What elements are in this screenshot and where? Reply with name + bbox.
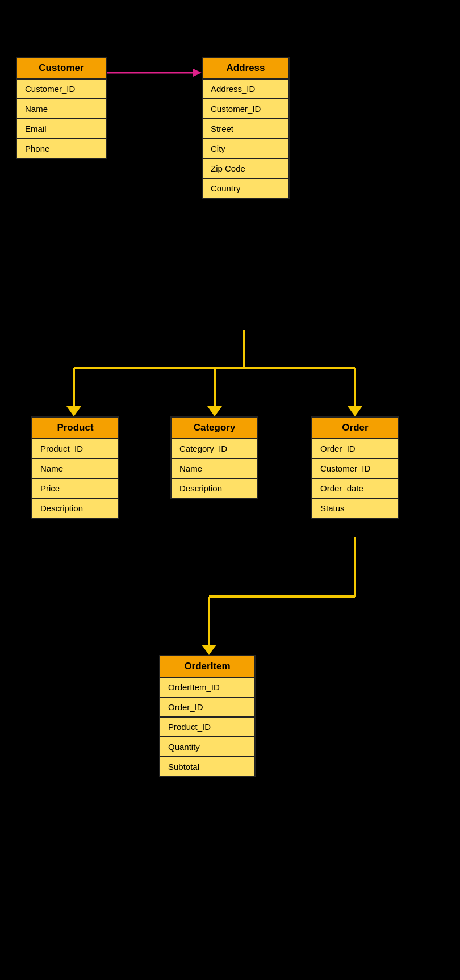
orderitem-field-pid: Product_ID	[159, 718, 256, 737]
orderitem-field-sub: Subtotal	[159, 757, 256, 777]
order-field-id: Order_ID	[311, 439, 399, 459]
entity-category: Category Category_ID Name Description	[170, 416, 258, 499]
product-header: Product	[31, 416, 119, 439]
entity-orderitem: OrderItem OrderItem_ID Order_ID Product_…	[159, 655, 256, 777]
category-field-name: Name	[170, 459, 258, 479]
product-field-id: Product_ID	[31, 439, 119, 459]
orderitem-field-qty: Quantity	[159, 737, 256, 757]
svg-marker-9	[348, 406, 362, 416]
orderitem-header: OrderItem	[159, 655, 256, 678]
order-field-cid: Customer_ID	[311, 459, 399, 479]
orderitem-field-id: OrderItem_ID	[159, 678, 256, 698]
customer-header: Customer	[16, 57, 107, 80]
orderitem-field-oid: Order_ID	[159, 698, 256, 718]
entity-order: Order Order_ID Customer_ID Order_date St…	[311, 416, 399, 519]
product-field-name: Name	[31, 459, 119, 479]
svg-marker-5	[66, 406, 81, 416]
diagram-container: Customer Customer_ID Name Email Phone Ad…	[0, 0, 460, 980]
address-field-city: City	[202, 139, 290, 159]
category-field-id: Category_ID	[170, 439, 258, 459]
svg-marker-13	[202, 645, 216, 655]
order-field-date: Order_date	[311, 479, 399, 499]
product-field-price: Price	[31, 479, 119, 499]
address-field-zip: Zip Code	[202, 159, 290, 179]
address-field-street: Street	[202, 119, 290, 139]
address-field-id: Address_ID	[202, 80, 290, 99]
address-field-country: Country	[202, 179, 290, 199]
address-header: Address	[202, 57, 290, 80]
entity-address: Address Address_ID Customer_ID Street Ci…	[202, 57, 290, 199]
customer-field-id: Customer_ID	[16, 80, 107, 99]
category-header: Category	[170, 416, 258, 439]
customer-field-name: Name	[16, 99, 107, 119]
product-field-desc: Description	[31, 499, 119, 519]
svg-marker-1	[193, 69, 202, 77]
entity-customer: Customer Customer_ID Name Email Phone	[16, 57, 107, 159]
entity-product: Product Product_ID Name Price Descriptio…	[31, 416, 119, 519]
order-header: Order	[311, 416, 399, 439]
order-field-status: Status	[311, 499, 399, 519]
address-field-cid: Customer_ID	[202, 99, 290, 119]
svg-marker-7	[207, 406, 222, 416]
customer-field-phone: Phone	[16, 139, 107, 159]
customer-field-email: Email	[16, 119, 107, 139]
category-field-desc: Description	[170, 479, 258, 499]
